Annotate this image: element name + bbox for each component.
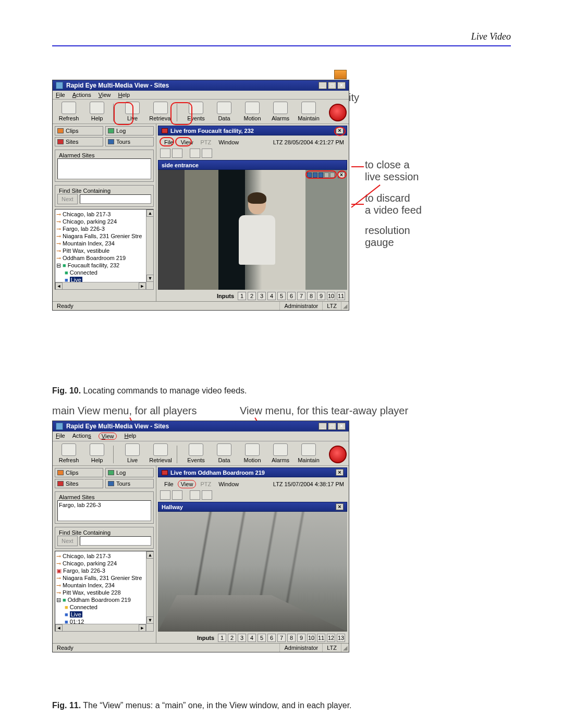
site-tree[interactable]: ⊸ Chicago, lab 217-3 ⊸ Chicago, parking … bbox=[55, 551, 154, 632]
menu-view[interactable]: View bbox=[99, 92, 111, 98]
layout-4[interactable] bbox=[202, 149, 212, 158]
maximize-button[interactable]: □ bbox=[328, 423, 336, 430]
find-next-button[interactable]: Next bbox=[57, 536, 78, 546]
toolbar-alarms[interactable]: Alarms bbox=[266, 443, 295, 463]
input-7[interactable]: 7 bbox=[297, 292, 305, 300]
toolbar-data[interactable]: Data bbox=[210, 102, 238, 121]
alarmed-sites-list[interactable] bbox=[57, 158, 151, 179]
input-9[interactable]: 9 bbox=[297, 634, 305, 642]
toolbar-live[interactable]: Live bbox=[118, 443, 146, 463]
input-6[interactable]: 6 bbox=[287, 292, 296, 300]
tab-clips[interactable]: Clips bbox=[55, 468, 103, 477]
tree-vscrollbar[interactable]: ▲▼ bbox=[146, 551, 153, 631]
input-7[interactable]: 7 bbox=[277, 634, 286, 642]
find-site-input[interactable] bbox=[80, 194, 151, 204]
toolbar-events[interactable]: Events bbox=[182, 443, 210, 463]
minimize-button[interactable]: _ bbox=[319, 82, 327, 89]
input-5[interactable]: 5 bbox=[277, 292, 286, 300]
status-user: Administrator bbox=[280, 644, 323, 652]
menu-help[interactable]: Help bbox=[118, 92, 130, 98]
layout-1[interactable] bbox=[160, 490, 170, 500]
input-3[interactable]: 3 bbox=[238, 634, 246, 642]
toolbar-maintain[interactable]: Maintain bbox=[295, 102, 323, 121]
input-5[interactable]: 5 bbox=[258, 634, 266, 642]
input-13[interactable]: 13 bbox=[337, 634, 345, 642]
input-2[interactable]: 2 bbox=[248, 292, 256, 300]
corner-button-icon[interactable] bbox=[334, 70, 347, 79]
input-1[interactable]: 1 bbox=[238, 292, 246, 300]
tab-log[interactable]: Log bbox=[105, 468, 154, 477]
tree-hscrollbar[interactable]: ◄► bbox=[55, 282, 146, 289]
menu-actions[interactable]: Actions bbox=[72, 433, 91, 440]
tree-hscrollbar[interactable]: ◄► bbox=[55, 624, 146, 631]
toolbar-motion[interactable]: Motion bbox=[238, 443, 266, 463]
player-menu-file[interactable]: File bbox=[161, 480, 177, 488]
status-left: Ready bbox=[53, 644, 280, 652]
input-10[interactable]: 10 bbox=[307, 634, 315, 642]
minimize-button[interactable]: _ bbox=[319, 423, 327, 430]
close-button[interactable]: × bbox=[337, 423, 346, 430]
find-site-input[interactable] bbox=[80, 536, 151, 546]
find-next-button[interactable]: Next bbox=[57, 194, 78, 204]
tab-clips[interactable]: Clips bbox=[55, 126, 103, 135]
video-feed[interactable]: × bbox=[158, 170, 347, 290]
close-button[interactable]: × bbox=[337, 82, 346, 89]
toolbar-refresh[interactable]: Refresh bbox=[55, 443, 83, 463]
alarmed-sites-list[interactable]: Fargo, lab 226-3 bbox=[57, 500, 151, 521]
toolbar-help[interactable]: Help bbox=[83, 443, 111, 463]
player-menu-window[interactable]: Window bbox=[215, 480, 242, 488]
toolbar-maintain[interactable]: Maintain bbox=[295, 443, 323, 463]
menu-actions[interactable]: Actions bbox=[72, 92, 91, 98]
right-panel: Live from Foucault facility, 232 × File … bbox=[156, 124, 349, 301]
tab-log[interactable]: Log bbox=[105, 126, 154, 135]
player-menu-view[interactable]: View bbox=[178, 480, 197, 488]
input-8[interactable]: 8 bbox=[287, 634, 296, 642]
record-button[interactable] bbox=[329, 104, 347, 121]
player-menu-window[interactable]: Window bbox=[215, 138, 242, 146]
layout-4[interactable] bbox=[202, 490, 212, 500]
callout-circle-file bbox=[160, 137, 174, 146]
input-8[interactable]: 8 bbox=[307, 292, 315, 300]
layout-1[interactable] bbox=[160, 149, 170, 158]
video-area: side entrance × × bbox=[158, 160, 347, 290]
menu-view[interactable]: View bbox=[99, 433, 117, 440]
input-12[interactable]: 12 bbox=[327, 634, 335, 642]
toolbar-data[interactable]: Data bbox=[210, 443, 238, 463]
toolbar-help[interactable]: Help bbox=[83, 102, 111, 121]
record-button[interactable] bbox=[329, 446, 347, 463]
input-1[interactable]: 1 bbox=[218, 634, 226, 642]
toolbar-alarms[interactable]: Alarms bbox=[266, 102, 295, 121]
menu-file[interactable]: File bbox=[56, 92, 65, 98]
toolbar-motion[interactable]: Motion bbox=[238, 102, 266, 121]
layout-2[interactable] bbox=[172, 490, 182, 500]
input-6[interactable]: 6 bbox=[267, 634, 276, 642]
input-2[interactable]: 2 bbox=[228, 634, 236, 642]
layout-3[interactable] bbox=[190, 490, 200, 500]
input-4[interactable]: 4 bbox=[267, 292, 276, 300]
camera-close-button[interactable]: × bbox=[336, 503, 344, 510]
input-9[interactable]: 9 bbox=[317, 292, 325, 300]
input-11[interactable]: 11 bbox=[317, 634, 325, 642]
toolbar-retrieval[interactable]: Retrieval bbox=[146, 443, 175, 463]
menu-help[interactable]: Help bbox=[124, 433, 136, 440]
video-feed[interactable] bbox=[158, 512, 347, 632]
tab-tours[interactable]: Tours bbox=[105, 479, 154, 488]
tab-tours[interactable]: Tours bbox=[105, 137, 154, 146]
session-close-button[interactable]: × bbox=[336, 469, 344, 476]
input-3[interactable]: 3 bbox=[258, 292, 266, 300]
right-panel: Live from Oddham Boardroom 219 × File Vi… bbox=[156, 466, 349, 643]
tab-sites[interactable]: Sites bbox=[55, 479, 103, 488]
input-4[interactable]: 4 bbox=[248, 634, 256, 642]
tree-vscrollbar[interactable]: ▲▼ bbox=[146, 209, 153, 289]
toolbar-refresh[interactable]: Refresh bbox=[55, 102, 83, 121]
input-10[interactable]: 10 bbox=[327, 292, 335, 300]
resize-grip-icon[interactable]: ◢ bbox=[341, 303, 349, 310]
layout-2[interactable] bbox=[172, 149, 182, 158]
tab-sites[interactable]: Sites bbox=[55, 137, 103, 146]
resize-grip-icon[interactable]: ◢ bbox=[341, 645, 349, 651]
site-tree[interactable]: ⊸ Chicago, lab 217-3 ⊸ Chicago, parking … bbox=[55, 209, 154, 290]
layout-3[interactable] bbox=[190, 149, 200, 158]
menu-file[interactable]: File bbox=[56, 433, 65, 440]
maximize-button[interactable]: □ bbox=[328, 82, 336, 89]
input-11[interactable]: 11 bbox=[337, 292, 345, 300]
